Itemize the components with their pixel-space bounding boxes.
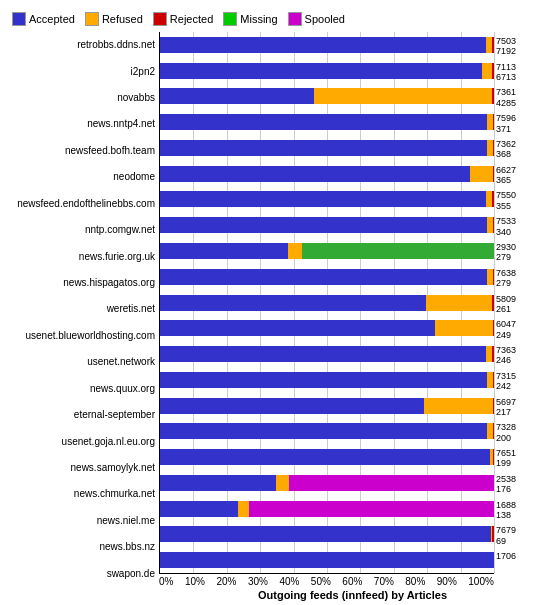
bar-value-labels: 7362368 bbox=[496, 139, 516, 160]
bar-segment-refused bbox=[276, 475, 290, 491]
bar-segment-refused bbox=[426, 295, 492, 311]
bar-track bbox=[160, 475, 494, 491]
bar-outer: 7363246 bbox=[160, 345, 494, 363]
bar-outer: 1688138 bbox=[160, 500, 494, 518]
bar-outer: 7362368 bbox=[160, 139, 494, 157]
bar-row: 6627365 bbox=[160, 161, 494, 187]
bar-track bbox=[160, 346, 494, 362]
bar-track bbox=[160, 372, 494, 388]
bar-segment-refused bbox=[487, 372, 494, 388]
bar-segment-rejected bbox=[493, 114, 494, 130]
y-axis-label: nntp.comgw.net bbox=[4, 223, 155, 237]
bar-value-labels: 7363246 bbox=[496, 345, 516, 366]
bar-row: 73614285 bbox=[160, 84, 494, 110]
bar-row: 71136713 bbox=[160, 58, 494, 84]
bar-row: 5809261 bbox=[160, 290, 494, 316]
bar-track bbox=[160, 191, 494, 207]
x-tick-label: 10% bbox=[185, 576, 205, 587]
bar-track bbox=[160, 526, 494, 542]
bar-segment-accepted bbox=[160, 88, 314, 104]
bar-outer: 7638279 bbox=[160, 268, 494, 286]
bar-value-top: 5697 bbox=[496, 397, 516, 407]
bar-value-bottom: 355 bbox=[496, 201, 516, 211]
bar-segment-rejected bbox=[493, 320, 494, 336]
bar-row: 7363246 bbox=[160, 341, 494, 367]
bar-row: 5697217 bbox=[160, 393, 494, 419]
bar-outer: 2538176 bbox=[160, 474, 494, 492]
bar-track bbox=[160, 269, 494, 285]
bar-track bbox=[160, 423, 494, 439]
bar-row: 7638279 bbox=[160, 264, 494, 290]
y-axis-label: novabbs bbox=[4, 91, 155, 105]
bar-segment-rejected bbox=[492, 191, 494, 207]
bar-value-labels: 1706 bbox=[496, 551, 516, 561]
bar-outer: 5697217 bbox=[160, 397, 494, 415]
bar-value-labels: 71136713 bbox=[496, 62, 516, 83]
x-tick-label: 20% bbox=[216, 576, 236, 587]
bar-value-bottom: 138 bbox=[496, 510, 516, 520]
bar-segment-accepted bbox=[160, 372, 487, 388]
bar-segment-accepted bbox=[160, 191, 486, 207]
bar-value-top: 2930 bbox=[496, 242, 516, 252]
y-axis-label: eternal-september bbox=[4, 408, 155, 422]
bar-value-bottom: 279 bbox=[496, 278, 516, 288]
bar-segment-refused bbox=[486, 346, 493, 362]
x-axis-title: Outgoing feeds (innfeed) by Articles bbox=[4, 589, 546, 601]
bar-outer: 7550355 bbox=[160, 190, 494, 208]
bar-value-labels: 7596371 bbox=[496, 113, 516, 134]
bar-track bbox=[160, 398, 494, 414]
bar-segment-refused bbox=[314, 88, 492, 104]
y-axis-labels: retrobbs.ddns.neti2pn2novabbsnews.nntp4.… bbox=[4, 32, 159, 587]
bar-segment-rejected bbox=[492, 37, 494, 53]
bar-value-top: 7503 bbox=[496, 36, 516, 46]
bar-value-labels: 7533340 bbox=[496, 216, 516, 237]
bar-segment-accepted bbox=[160, 114, 487, 130]
bar-track bbox=[160, 37, 494, 53]
y-axis-label: i2pn2 bbox=[4, 65, 155, 79]
bar-value-top: 6627 bbox=[496, 165, 516, 175]
bar-value-top: 2538 bbox=[496, 474, 516, 484]
y-axis-label: news.nntp4.net bbox=[4, 117, 155, 131]
x-tick-label: 50% bbox=[311, 576, 331, 587]
y-axis-label: retrobbs.ddns.net bbox=[4, 38, 155, 52]
bar-value-labels: 6047249 bbox=[496, 319, 516, 340]
bar-segment-missing bbox=[302, 243, 494, 259]
y-axis-label: usenet.blueworldhosting.com bbox=[4, 329, 155, 343]
bar-value-bottom: 69 bbox=[496, 536, 516, 546]
bar-value-labels: 7638279 bbox=[496, 268, 516, 289]
bar-segment-rejected bbox=[493, 398, 494, 414]
bar-value-labels: 7315242 bbox=[496, 371, 516, 392]
bar-segment-spooled bbox=[249, 501, 494, 517]
bar-value-top: 7679 bbox=[496, 525, 516, 535]
bar-value-labels: 7550355 bbox=[496, 190, 516, 211]
bar-segment-accepted bbox=[160, 449, 490, 465]
bar-segment-refused bbox=[487, 140, 494, 156]
bar-segment-refused bbox=[487, 114, 494, 130]
bar-segment-accepted bbox=[160, 63, 482, 79]
bar-value-labels: 7651199 bbox=[496, 448, 516, 469]
bar-value-top: 7315 bbox=[496, 371, 516, 381]
chart-container: AcceptedRefusedRejectedMissingSpooled re… bbox=[0, 0, 550, 605]
bar-outer: 7596371 bbox=[160, 113, 494, 131]
y-axis-label: newsfeed.bofh.team bbox=[4, 144, 155, 158]
legend-item-spooled: Spooled bbox=[288, 12, 345, 26]
bar-segment-accepted bbox=[160, 526, 491, 542]
bar-outer: 7651199 bbox=[160, 448, 494, 466]
grid-line bbox=[494, 32, 495, 573]
bar-segment-refused bbox=[435, 320, 493, 336]
legend-label-missing: Missing bbox=[240, 13, 277, 25]
bar-segment-accepted bbox=[160, 346, 486, 362]
bar-value-labels: 7328200 bbox=[496, 422, 516, 443]
bar-segment-accepted bbox=[160, 269, 487, 285]
x-tick-label: 70% bbox=[374, 576, 394, 587]
bar-segment-accepted bbox=[160, 423, 487, 439]
bar-value-bottom: 365 bbox=[496, 175, 516, 185]
bar-value-labels: 1688138 bbox=[496, 500, 516, 521]
y-axis-label: news.samoylyk.net bbox=[4, 461, 155, 475]
legend-item-refused: Refused bbox=[85, 12, 143, 26]
bar-value-labels: 2930279 bbox=[496, 242, 516, 263]
bar-value-bottom: 246 bbox=[496, 355, 516, 365]
bar-segment-rejected bbox=[492, 295, 494, 311]
bar-segment-rejected bbox=[492, 526, 494, 542]
bar-segment-rejected bbox=[492, 346, 494, 362]
